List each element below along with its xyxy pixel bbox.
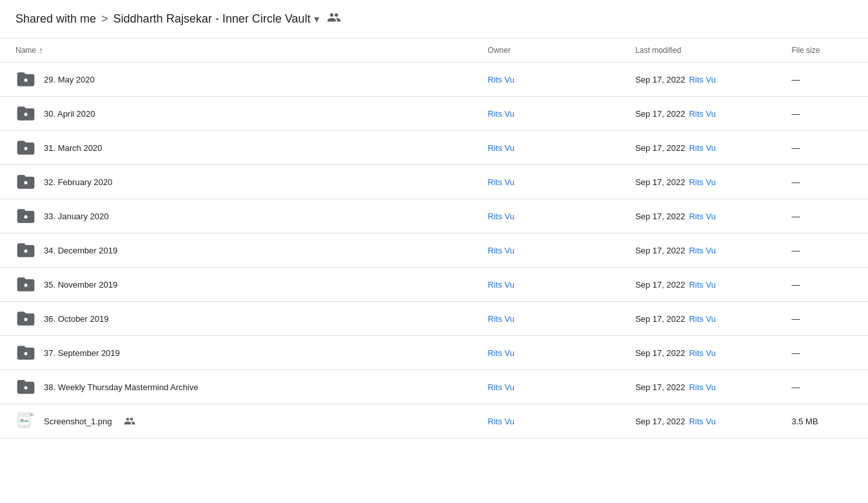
owner-cell: Rits Vu bbox=[477, 165, 625, 199]
modified-by[interactable]: Rits Vu bbox=[689, 314, 715, 324]
file-name-label: 38. Weekly Thursday Mastermind Archive bbox=[44, 382, 198, 392]
modified-cell: Sep 17, 2022Rits Vu bbox=[625, 268, 781, 302]
owner-link[interactable]: Rits Vu bbox=[488, 212, 514, 221]
modified-by[interactable]: Rits Vu bbox=[689, 417, 715, 426]
file-name-label: Screenshot_1.png bbox=[44, 417, 112, 426]
modified-date: Sep 17, 2022 bbox=[635, 109, 685, 119]
shared-folder-icon bbox=[15, 137, 36, 158]
file-name-label: 36. October 2019 bbox=[44, 314, 108, 324]
owner-link[interactable]: Rits Vu bbox=[488, 417, 514, 426]
file-name-label: 29. May 2020 bbox=[44, 75, 95, 84]
modified-date: Sep 17, 2022 bbox=[635, 314, 685, 324]
owner-link[interactable]: Rits Vu bbox=[488, 75, 514, 84]
file-name-label: 30. April 2020 bbox=[44, 109, 95, 119]
owner-link[interactable]: Rits Vu bbox=[488, 382, 514, 392]
dropdown-icon[interactable]: ▾ bbox=[314, 13, 319, 25]
modified-date: Sep 17, 2022 bbox=[635, 177, 685, 187]
file-size-cell: — bbox=[781, 199, 868, 233]
file-name-label: 37. September 2019 bbox=[44, 348, 120, 358]
owner-link[interactable]: Rits Vu bbox=[488, 348, 514, 358]
owner-cell: Rits Vu bbox=[477, 404, 625, 439]
file-name-cell: 29. May 2020 bbox=[0, 63, 477, 97]
modified-cell: Sep 17, 2022Rits Vu bbox=[625, 165, 781, 199]
owner-link[interactable]: Rits Vu bbox=[488, 109, 514, 119]
owner-link[interactable]: Rits Vu bbox=[488, 143, 514, 153]
shared-people-icon bbox=[124, 415, 135, 428]
modified-date: Sep 17, 2022 bbox=[635, 382, 685, 392]
owner-cell: Rits Vu bbox=[477, 336, 625, 370]
owner-link[interactable]: Rits Vu bbox=[488, 314, 514, 324]
svg-point-13 bbox=[21, 419, 23, 420]
shared-with-me-link[interactable]: Shared with me bbox=[15, 12, 96, 26]
file-size-cell: — bbox=[781, 233, 868, 268]
file-name-cell: 31. March 2020 bbox=[0, 131, 477, 165]
owner-link[interactable]: Rits Vu bbox=[488, 177, 514, 187]
file-name-label: 31. March 2020 bbox=[44, 143, 102, 153]
file-size-cell: — bbox=[781, 336, 868, 370]
file-size-cell: — bbox=[781, 302, 868, 336]
current-folder-name[interactable]: Siddharth Rajsekar - Inner Circle Vault bbox=[113, 12, 311, 26]
file-name-cell: 32. February 2020 bbox=[0, 165, 477, 199]
modified-by[interactable]: Rits Vu bbox=[689, 382, 715, 392]
owner-cell: Rits Vu bbox=[477, 268, 625, 302]
file-size-cell: — bbox=[781, 370, 868, 404]
shared-folder-icon bbox=[15, 172, 36, 192]
name-column-header[interactable]: Name ↑ bbox=[0, 39, 477, 63]
modified-by[interactable]: Rits Vu bbox=[689, 177, 715, 187]
current-folder-breadcrumb: Siddharth Rajsekar - Inner Circle Vault … bbox=[113, 10, 342, 28]
owner-link[interactable]: Rits Vu bbox=[488, 280, 514, 290]
file-table: Name ↑ Owner Last modified File size 29.… bbox=[0, 39, 868, 439]
modified-date: Sep 17, 2022 bbox=[635, 212, 685, 221]
modified-by[interactable]: Rits Vu bbox=[689, 280, 715, 290]
shared-folder-icon bbox=[15, 308, 36, 329]
table-row[interactable]: 31. March 2020Rits VuSep 17, 2022Rits Vu… bbox=[0, 131, 868, 165]
modified-cell: Sep 17, 2022Rits Vu bbox=[625, 302, 781, 336]
modified-by[interactable]: Rits Vu bbox=[689, 246, 715, 255]
table-row[interactable]: 36. October 2019Rits VuSep 17, 2022Rits … bbox=[0, 302, 868, 336]
owner-cell: Rits Vu bbox=[477, 131, 625, 165]
table-header-row: Name ↑ Owner Last modified File size bbox=[0, 39, 868, 63]
modified-date: Sep 17, 2022 bbox=[635, 280, 685, 290]
breadcrumb-bar: Shared with me > Siddharth Rajsekar - In… bbox=[0, 0, 868, 39]
file-name-cell: 33. January 2020 bbox=[0, 199, 477, 233]
file-name-label: 34. December 2019 bbox=[44, 246, 117, 255]
owner-cell: Rits Vu bbox=[477, 97, 625, 131]
owner-cell: Rits Vu bbox=[477, 233, 625, 268]
owner-cell: Rits Vu bbox=[477, 63, 625, 97]
file-name-cell: Screenshot_1.png bbox=[0, 404, 477, 439]
people-icon bbox=[327, 10, 341, 28]
table-row[interactable]: 30. April 2020Rits VuSep 17, 2022Rits Vu… bbox=[0, 97, 868, 131]
last-modified-column-header[interactable]: Last modified bbox=[625, 39, 781, 63]
modified-by[interactable]: Rits Vu bbox=[689, 212, 715, 221]
sort-ascending-icon: ↑ bbox=[39, 45, 43, 55]
modified-by[interactable]: Rits Vu bbox=[689, 75, 715, 84]
modified-by[interactable]: Rits Vu bbox=[689, 109, 715, 119]
modified-cell: Sep 17, 2022Rits Vu bbox=[625, 370, 781, 404]
owner-link[interactable]: Rits Vu bbox=[488, 246, 514, 255]
image-file-icon bbox=[15, 411, 36, 431]
owner-column-header[interactable]: Owner bbox=[477, 39, 625, 63]
file-size-cell: — bbox=[781, 165, 868, 199]
shared-folder-icon bbox=[15, 103, 36, 124]
table-row[interactable]: 37. September 2019Rits VuSep 17, 2022Rit… bbox=[0, 336, 868, 370]
modified-date: Sep 17, 2022 bbox=[635, 246, 685, 255]
file-name-cell: 37. September 2019 bbox=[0, 336, 477, 370]
file-name-label: 33. January 2020 bbox=[44, 212, 108, 221]
table-row[interactable]: 35. November 2019Rits VuSep 17, 2022Rits… bbox=[0, 268, 868, 302]
table-row[interactable]: Screenshot_1.pngRits VuSep 17, 2022Rits … bbox=[0, 404, 868, 439]
modified-by[interactable]: Rits Vu bbox=[689, 143, 715, 153]
file-name-cell: 35. November 2019 bbox=[0, 268, 477, 302]
breadcrumb-separator: > bbox=[101, 12, 108, 26]
table-row[interactable]: 38. Weekly Thursday Mastermind ArchiveRi… bbox=[0, 370, 868, 404]
modified-by[interactable]: Rits Vu bbox=[689, 348, 715, 358]
file-name-cell: 36. October 2019 bbox=[0, 302, 477, 336]
table-row[interactable]: 33. January 2020Rits VuSep 17, 2022Rits … bbox=[0, 199, 868, 233]
file-name-label: 35. November 2019 bbox=[44, 280, 117, 290]
table-row[interactable]: 29. May 2020Rits VuSep 17, 2022Rits Vu— bbox=[0, 63, 868, 97]
modified-cell: Sep 17, 2022Rits Vu bbox=[625, 404, 781, 439]
modified-cell: Sep 17, 2022Rits Vu bbox=[625, 131, 781, 165]
table-row[interactable]: 34. December 2019Rits VuSep 17, 2022Rits… bbox=[0, 233, 868, 268]
file-size-column-header[interactable]: File size bbox=[781, 39, 868, 63]
shared-folder-icon bbox=[15, 342, 36, 363]
table-row[interactable]: 32. February 2020Rits VuSep 17, 2022Rits… bbox=[0, 165, 868, 199]
